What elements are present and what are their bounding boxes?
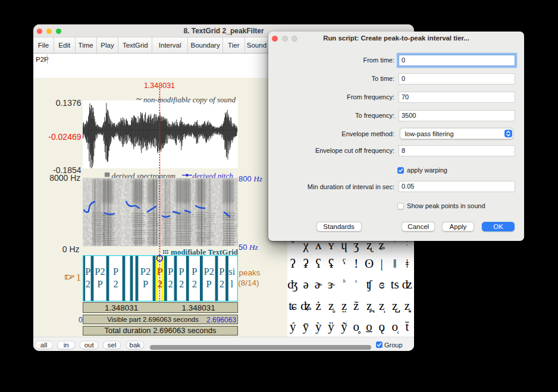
- svg-text:P2: P2: [140, 265, 151, 277]
- svg-text:2: 2: [220, 278, 224, 289]
- svg-text:P: P: [143, 278, 148, 289]
- svg-text:P: P: [219, 265, 224, 277]
- svg-text:P: P: [179, 265, 184, 277]
- svg-text:P: P: [97, 278, 102, 289]
- svg-text:P: P: [168, 265, 173, 277]
- svg-text:P2: P2: [95, 265, 105, 277]
- svg-text:2: 2: [179, 278, 184, 289]
- svg-text:2: 2: [86, 278, 90, 289]
- svg-text:P: P: [192, 265, 197, 277]
- svg-text:2: 2: [192, 278, 197, 289]
- svg-text:P: P: [206, 278, 212, 289]
- svg-text:P: P: [113, 265, 118, 277]
- svg-text:P: P: [85, 265, 90, 277]
- svg-text:2: 2: [113, 278, 118, 289]
- svg-text:l: l: [231, 278, 234, 289]
- svg-text:2: 2: [168, 278, 173, 289]
- svg-text:P2: P2: [203, 265, 214, 277]
- svg-text:si: si: [228, 265, 235, 277]
